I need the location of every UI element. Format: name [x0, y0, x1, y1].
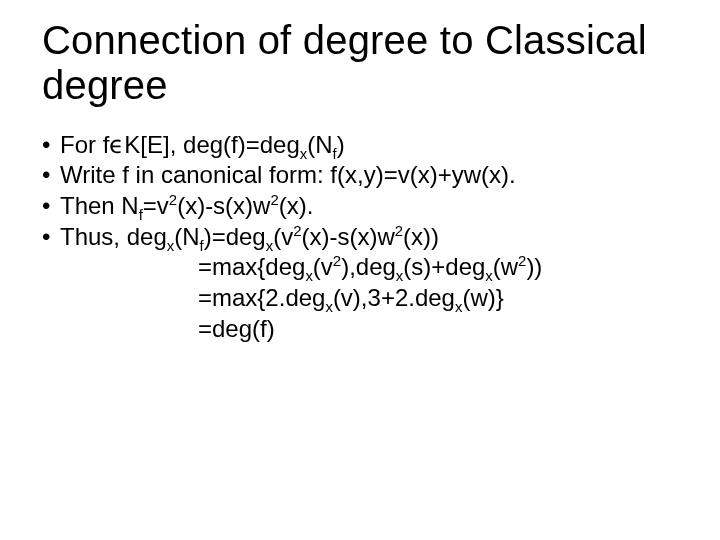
text: For f	[60, 131, 109, 158]
text: (x).	[279, 192, 314, 219]
text: (w	[493, 253, 518, 280]
indent: =max{2.degx(v),3+2.degx(w)}	[60, 283, 504, 314]
text: ),deg	[341, 253, 396, 280]
subscript: x	[485, 268, 492, 284]
slide-body: For fϵK[E], deg(f)=degx(Nf) Write f in c…	[42, 130, 678, 345]
text: (v	[273, 223, 293, 250]
text: =max{deg	[198, 253, 305, 280]
text: Then N	[60, 192, 139, 219]
text: )	[337, 131, 345, 158]
bullet-4-line-3: =max{2.degx(v),3+2.degx(w)}	[42, 283, 678, 314]
text: =max{2.deg	[198, 284, 325, 311]
bullet-4-line-4: =deg(f)	[42, 314, 678, 345]
text: =v	[143, 192, 169, 219]
superscript: 2	[270, 192, 278, 208]
bullet-1: For fϵK[E], deg(f)=degx(Nf)	[42, 130, 678, 161]
text: (w)}	[462, 284, 503, 311]
subscript: x	[325, 299, 332, 315]
text: )=deg	[204, 223, 266, 250]
text: (N	[174, 223, 199, 250]
bullet-4: Thus, degx(Nf)=degx(v2(x)-s(x)w2(x))	[42, 222, 678, 253]
superscript: 2	[169, 192, 177, 208]
text: (x))	[403, 223, 439, 250]
bullet-2: Write f in canonical form: f(x,y)=v(x)+y…	[42, 160, 678, 191]
text: Thus, deg	[60, 223, 167, 250]
indent: =max{degx(v2),degx(s)+degx(w2))	[60, 252, 542, 283]
indent: =deg(f)	[60, 314, 275, 345]
text: (v	[313, 253, 333, 280]
text: (s)+deg	[403, 253, 485, 280]
text: ))	[526, 253, 542, 280]
slide-title: Connection of degree to Classical degree	[42, 18, 678, 108]
subscript: x	[305, 268, 312, 284]
text: (v),3+2.deg	[333, 284, 455, 311]
superscript: 2	[333, 253, 341, 269]
slide: Connection of degree to Classical degree…	[0, 0, 720, 540]
text: K[E], deg(f)=deg	[124, 131, 299, 158]
text: =deg(f)	[198, 315, 275, 342]
superscript: 2	[395, 223, 403, 239]
text: Write f in canonical form: f(x,y)=v(x)+y…	[60, 161, 516, 188]
text: (x)-s(x)w	[301, 223, 394, 250]
text: (x)-s(x)w	[177, 192, 270, 219]
bullet-3: Then Nf=v2(x)-s(x)w2(x).	[42, 191, 678, 222]
bullet-4-line-2: =max{degx(v2),degx(s)+degx(w2))	[42, 252, 678, 283]
epsilon: ϵ	[109, 131, 124, 158]
text: (N	[307, 131, 332, 158]
